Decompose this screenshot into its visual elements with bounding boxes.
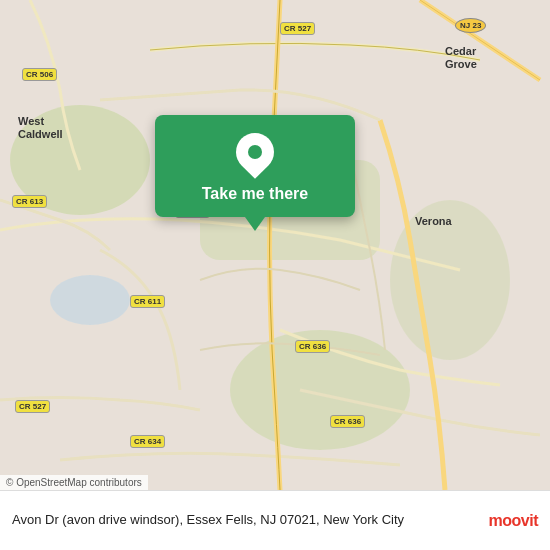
cr613-badge: CR 613 [12, 195, 47, 208]
moovit-brand-label: moovit [489, 512, 538, 530]
cr634-badge: CR 634 [130, 435, 165, 448]
location-pin-icon [228, 125, 282, 179]
address-line: Avon Dr (avon drive windsor), Essex Fell… [12, 512, 404, 527]
cr527-bot-badge: CR 527 [15, 400, 50, 413]
cr611-badge: CR 611 [130, 295, 165, 308]
west-caldwell-label: WestCaldwell [18, 115, 63, 141]
map-svg [0, 0, 550, 490]
take-me-there-button[interactable]: Take me there [202, 185, 308, 203]
cedar-grove-label: CedarGrove [445, 45, 477, 71]
cr527-top-badge: CR 527 [280, 22, 315, 35]
map-container: CR 506 CR 527 CR 613 CR 527 CR 611 CR 63… [0, 0, 550, 490]
cr506-badge: CR 506 [22, 68, 57, 81]
cr636-2-badge: CR 636 [330, 415, 365, 428]
verona-label: Verona [415, 215, 452, 227]
cr636-1-badge: CR 636 [295, 340, 330, 353]
info-bar: Avon Dr (avon drive windsor), Essex Fell… [0, 490, 550, 550]
map-attribution: © OpenStreetMap contributors [0, 475, 148, 490]
popup-card: Take me there [155, 115, 355, 217]
moovit-logo: moovit [489, 512, 538, 530]
address-text: Avon Dr (avon drive windsor), Essex Fell… [12, 511, 479, 529]
svg-point-5 [50, 275, 130, 325]
